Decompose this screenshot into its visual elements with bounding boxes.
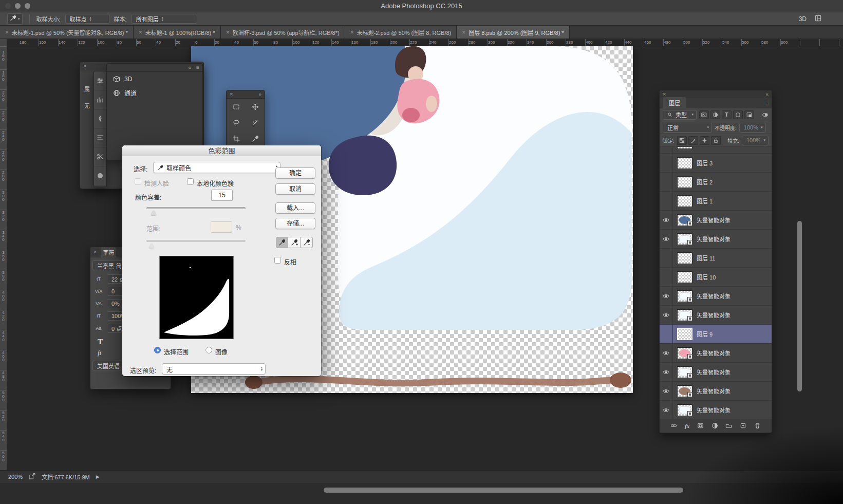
lock-transparent-icon[interactable] xyxy=(677,136,687,145)
lock-pixels-icon[interactable] xyxy=(688,136,698,145)
document-tab[interactable]: ×未标题-1.psd @ 50% (矢量智能对象, RGB/8) * xyxy=(0,26,134,39)
eye-icon[interactable] xyxy=(660,401,673,419)
status-action-icon[interactable] xyxy=(29,473,35,480)
layer-row[interactable]: 图层 10 xyxy=(660,268,772,287)
layer-thumbnail[interactable] xyxy=(677,147,692,149)
adjustment-filter-icon[interactable] xyxy=(710,110,720,119)
eye-empty[interactable] xyxy=(660,192,673,210)
smart-filter-icon[interactable] xyxy=(744,110,754,119)
lasso-icon[interactable] xyxy=(227,115,246,130)
fx-icon[interactable]: fx xyxy=(685,423,689,429)
layer-row[interactable]: 图层 1 xyxy=(660,192,772,211)
layer-row[interactable]: 矢量智能对象 xyxy=(660,401,772,419)
move-icon[interactable] xyxy=(246,99,265,115)
blend-mode-select[interactable]: 正常 ▾ xyxy=(663,123,712,133)
panel-collapse-icon[interactable]: « xyxy=(765,91,769,97)
layer-thumbnail[interactable] xyxy=(677,385,692,397)
crop-icon[interactable] xyxy=(227,130,246,146)
new-layer-icon[interactable] xyxy=(740,422,746,429)
layer-row[interactable]: 图层 3 xyxy=(660,154,772,173)
panel-menu-icon[interactable]: ≡ xyxy=(764,100,767,106)
link-icon[interactable] xyxy=(670,422,677,429)
workspace-switcher-icon[interactable] xyxy=(815,15,821,23)
document-tab[interactable]: ×欧洲杯-3.psd @ 50% (app导航栏, RGB/8*) xyxy=(221,26,345,39)
mask-icon[interactable] xyxy=(697,422,704,429)
ok-button[interactable]: 确定 xyxy=(275,167,315,179)
layer-row[interactable]: 矢量智能对象 xyxy=(660,344,772,363)
eye-icon[interactable] xyxy=(660,382,673,400)
align-icon[interactable] xyxy=(94,128,106,147)
lock-position-icon[interactable] xyxy=(700,136,709,145)
tab-layers[interactable]: 图层 xyxy=(663,97,686,108)
cancel-button[interactable]: 取消 xyxy=(275,183,315,195)
slider-thumb[interactable] xyxy=(151,210,156,215)
current-tool-button[interactable]: ▾ xyxy=(7,13,23,25)
layer-thumbnail[interactable] xyxy=(677,290,692,302)
sample-size-select[interactable]: 取样点 ▴▾ xyxy=(65,14,109,24)
layer-thumbnail[interactable] xyxy=(677,157,692,169)
layer-row[interactable]: 图层 11 xyxy=(660,249,772,268)
horizontal-scrollbar[interactable] xyxy=(324,488,683,493)
eye-icon[interactable] xyxy=(660,306,673,324)
eye-icon[interactable] xyxy=(660,230,673,248)
filter-type-select[interactable]: 类型 ▾ xyxy=(663,110,697,120)
eyedropper-plus-icon[interactable] xyxy=(288,237,301,248)
eye-icon[interactable] xyxy=(660,211,673,229)
delete-icon[interactable] xyxy=(754,422,761,429)
tab-close-icon[interactable]: × xyxy=(139,29,142,36)
layer-row[interactable] xyxy=(660,147,772,154)
layer-thumbnail[interactable] xyxy=(677,404,692,416)
fill-select[interactable]: 100% ▾ xyxy=(742,136,769,145)
pixel-filter-icon[interactable] xyxy=(699,110,709,119)
localized-clusters-checkbox[interactable] xyxy=(187,178,194,185)
adjustment-icon[interactable] xyxy=(711,422,718,429)
document-tab[interactable]: ×未标题-2.psd @ 50% (图层 8, RGB/8) xyxy=(345,26,457,39)
sliders-icon[interactable] xyxy=(94,71,106,90)
layer-row[interactable]: 矢量智能对象 xyxy=(660,306,772,325)
layer-thumbnail[interactable] xyxy=(677,252,692,264)
type-filter-icon[interactable]: T xyxy=(722,110,732,119)
layer-row[interactable]: 图层 9 xyxy=(660,325,772,344)
layer-row[interactable]: 矢量智能对象 xyxy=(660,211,772,230)
lock-all-icon[interactable] xyxy=(711,136,721,145)
eye-icon[interactable] xyxy=(660,344,673,362)
tab-close-icon[interactable]: × xyxy=(350,29,354,36)
layer-thumbnail[interactable] xyxy=(677,347,692,359)
filter-toggle-icon[interactable] xyxy=(762,111,769,118)
layer-thumbnail[interactable] xyxy=(677,233,692,245)
histogram-icon[interactable] xyxy=(94,90,106,109)
magic-wand-icon[interactable] xyxy=(246,115,265,130)
pen-icon[interactable] xyxy=(94,109,106,128)
sample-select[interactable]: 所有图层 ▴▾ xyxy=(132,14,197,24)
fuzziness-input[interactable]: 15 xyxy=(211,190,233,201)
tab-character[interactable]: 字符 xyxy=(101,247,116,257)
eye-empty[interactable] xyxy=(660,325,673,343)
eyedropper-icon[interactable] xyxy=(276,237,288,248)
eye-icon[interactable] xyxy=(660,363,673,381)
layer-thumbnail[interactable] xyxy=(677,214,692,226)
document-tab[interactable]: ×图层 8.psb @ 200% (图层 9, RGB/8) * xyxy=(457,26,569,39)
tab-close-icon[interactable]: × xyxy=(5,29,9,36)
panel-close-icon[interactable]: × xyxy=(83,63,86,69)
zoom-window-icon[interactable] xyxy=(25,3,30,9)
fuzziness-slider[interactable] xyxy=(146,207,246,209)
panel-flyout-item[interactable]: 通道 xyxy=(107,86,156,100)
close-window-icon[interactable] xyxy=(5,3,11,9)
sphere-icon[interactable] xyxy=(94,166,106,185)
layer-row[interactable]: 矢量智能对象 xyxy=(660,363,772,382)
selection-preview-select[interactable]: 无 ▴▾ xyxy=(162,363,266,375)
layer-thumbnail[interactable] xyxy=(677,176,692,188)
eye-empty[interactable] xyxy=(660,249,673,267)
image-radio[interactable] xyxy=(205,347,212,353)
panel-close-icon[interactable]: × xyxy=(230,91,233,97)
layer-thumbnail[interactable] xyxy=(677,195,692,207)
panel-collapse-icon[interactable]: » xyxy=(258,91,261,97)
selection-radio[interactable] xyxy=(154,347,161,353)
ligature-button[interactable]: fi xyxy=(92,349,101,357)
panel-close-icon[interactable]: × xyxy=(663,91,666,97)
eye-empty[interactable] xyxy=(660,268,673,286)
save-button[interactable]: 存储... xyxy=(275,218,315,229)
eye-icon[interactable] xyxy=(660,287,673,305)
eye-empty[interactable] xyxy=(660,147,673,153)
eye-empty[interactable] xyxy=(660,173,673,191)
